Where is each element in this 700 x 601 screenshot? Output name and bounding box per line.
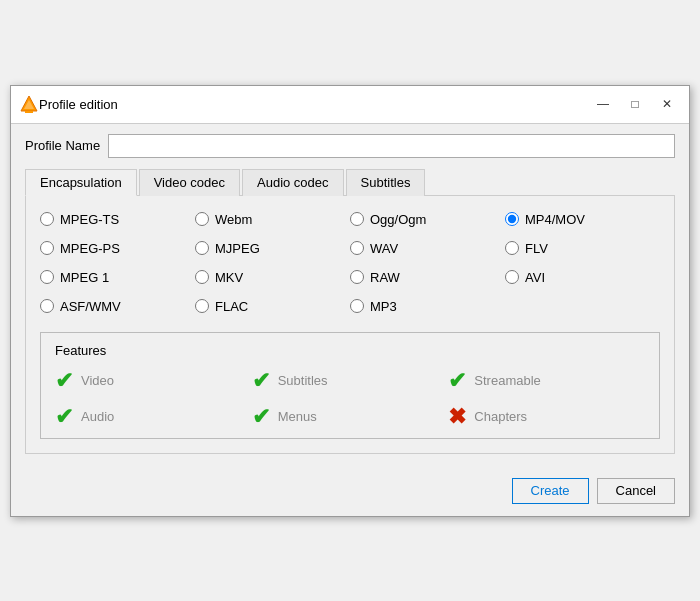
feature-chapters-label: Chapters bbox=[474, 409, 527, 424]
minimize-button[interactable]: — bbox=[589, 93, 617, 115]
tab-encapsulation[interactable]: Encapsulation bbox=[25, 169, 137, 196]
radio-mpeg-ts-label: MPEG-TS bbox=[60, 212, 119, 227]
radio-mpeg1-label: MPEG 1 bbox=[60, 270, 109, 285]
radio-raw[interactable]: RAW bbox=[350, 270, 505, 285]
radio-flac-label: FLAC bbox=[215, 299, 248, 314]
radio-flv-label: FLV bbox=[525, 241, 548, 256]
tab-audio-codec[interactable]: Audio codec bbox=[242, 169, 344, 196]
radio-mpeg-ts[interactable]: MPEG-TS bbox=[40, 212, 195, 227]
check-icon-subtitles: ✔ bbox=[252, 370, 270, 392]
close-button[interactable]: ✕ bbox=[653, 93, 681, 115]
cross-icon-chapters: ✖ bbox=[448, 406, 466, 428]
profile-name-input[interactable] bbox=[108, 134, 675, 158]
radio-mp4-mov-label: MP4/MOV bbox=[525, 212, 585, 227]
features-title: Features bbox=[55, 343, 645, 358]
window-title: Profile edition bbox=[39, 97, 589, 112]
window-content: Profile Name Encapsulation Video codec A… bbox=[11, 124, 689, 468]
radio-webm[interactable]: Webm bbox=[195, 212, 350, 227]
feature-menus-label: Menus bbox=[278, 409, 317, 424]
feature-subtitles-label: Subtitles bbox=[278, 373, 328, 388]
radio-ogg-ogm[interactable]: Ogg/Ogm bbox=[350, 212, 505, 227]
radio-wav-label: WAV bbox=[370, 241, 398, 256]
feature-audio-label: Audio bbox=[81, 409, 114, 424]
tab-subtitles[interactable]: Subtitles bbox=[346, 169, 426, 196]
feature-video-label: Video bbox=[81, 373, 114, 388]
empty-cell bbox=[505, 299, 660, 314]
radio-wav[interactable]: WAV bbox=[350, 241, 505, 256]
radio-raw-label: RAW bbox=[370, 270, 400, 285]
profile-name-row: Profile Name bbox=[25, 134, 675, 158]
radio-avi[interactable]: AVI bbox=[505, 270, 660, 285]
radio-mjpeg-label: MJPEG bbox=[215, 241, 260, 256]
window-controls: — □ ✕ bbox=[589, 93, 681, 115]
radio-avi-label: AVI bbox=[525, 270, 545, 285]
feature-streamable: ✔ Streamable bbox=[448, 370, 645, 392]
radio-webm-label: Webm bbox=[215, 212, 252, 227]
radio-ogg-ogm-label: Ogg/Ogm bbox=[370, 212, 426, 227]
features-box: Features ✔ Video ✔ Subtitles ✔ Streamabl… bbox=[40, 332, 660, 439]
radio-mp3[interactable]: MP3 bbox=[350, 299, 505, 314]
svg-rect-1 bbox=[25, 111, 33, 113]
bottom-bar: Create Cancel bbox=[11, 468, 689, 516]
radio-mp3-label: MP3 bbox=[370, 299, 397, 314]
maximize-button[interactable]: □ bbox=[621, 93, 649, 115]
vlc-icon bbox=[19, 94, 39, 114]
check-icon-streamable: ✔ bbox=[448, 370, 466, 392]
radio-mpeg-ps-label: MPEG-PS bbox=[60, 241, 120, 256]
radio-asf-wmv-label: ASF/WMV bbox=[60, 299, 121, 314]
tabs-bar: Encapsulation Video codec Audio codec Su… bbox=[25, 168, 675, 196]
check-icon-video: ✔ bbox=[55, 370, 73, 392]
tab-content-encapsulation: MPEG-TS Webm Ogg/Ogm MP4/MOV MPEG- bbox=[25, 196, 675, 454]
check-icon-audio: ✔ bbox=[55, 406, 73, 428]
feature-subtitles: ✔ Subtitles bbox=[252, 370, 449, 392]
radio-mkv-label: MKV bbox=[215, 270, 243, 285]
radio-mpeg-ps[interactable]: MPEG-PS bbox=[40, 241, 195, 256]
radio-mp4-mov[interactable]: MP4/MOV bbox=[505, 212, 660, 227]
title-bar: Profile edition — □ ✕ bbox=[11, 86, 689, 124]
feature-audio: ✔ Audio bbox=[55, 406, 252, 428]
profile-name-label: Profile Name bbox=[25, 138, 100, 153]
cancel-button[interactable]: Cancel bbox=[597, 478, 675, 504]
features-grid: ✔ Video ✔ Subtitles ✔ Streamable ✔ Audio bbox=[55, 370, 645, 428]
feature-video: ✔ Video bbox=[55, 370, 252, 392]
radio-flac[interactable]: FLAC bbox=[195, 299, 350, 314]
tab-video-codec[interactable]: Video codec bbox=[139, 169, 240, 196]
check-icon-menus: ✔ bbox=[252, 406, 270, 428]
radio-mkv[interactable]: MKV bbox=[195, 270, 350, 285]
profile-edition-window: Profile edition — □ ✕ Profile Name Encap… bbox=[10, 85, 690, 517]
feature-chapters: ✖ Chapters bbox=[448, 406, 645, 428]
feature-streamable-label: Streamable bbox=[474, 373, 540, 388]
radio-mjpeg[interactable]: MJPEG bbox=[195, 241, 350, 256]
radio-asf-wmv[interactable]: ASF/WMV bbox=[40, 299, 195, 314]
radio-mpeg1[interactable]: MPEG 1 bbox=[40, 270, 195, 285]
encapsulation-options-grid: MPEG-TS Webm Ogg/Ogm MP4/MOV MPEG- bbox=[40, 212, 660, 314]
radio-flv[interactable]: FLV bbox=[505, 241, 660, 256]
feature-menus: ✔ Menus bbox=[252, 406, 449, 428]
create-button[interactable]: Create bbox=[512, 478, 589, 504]
